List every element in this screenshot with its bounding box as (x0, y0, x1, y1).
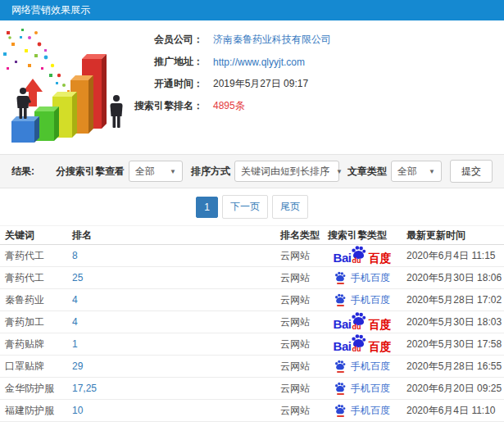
submit-button[interactable]: 提交 (450, 160, 493, 183)
sort-select-value: 关键词由短到长排序 (241, 165, 329, 179)
engine-type-cell: Bai du 百度 (323, 311, 402, 333)
next-page-button[interactable]: 下一页 (222, 195, 268, 219)
table-row: 口罩贴牌29云网站 手机百度 2020年5月28日 16:55 (0, 356, 504, 378)
baidu-mobile-underline (337, 305, 344, 306)
chevron-down-icon: ▼ (429, 168, 435, 175)
rank-cell: 4 (67, 289, 275, 311)
growth-chart-illustration (0, 25, 139, 152)
bar-chart-image (0, 25, 139, 152)
rank-cell: 29 (67, 356, 275, 378)
company-label: 会员公司： (131, 33, 203, 47)
sort-select[interactable]: 关键词由短到长排序 ▼ (234, 161, 339, 182)
table-header-row: 关键词 排名 排名类型 搜索引擎类型 最新更新时间 (0, 226, 504, 245)
table-row: 福建防护服10云网站 手机百度 2020年6月4日 11:10 (0, 400, 504, 422)
baidu-mobile-logo: 手机百度 (334, 382, 390, 396)
open-time-label: 开通时间： (131, 77, 203, 91)
engine-type-cell: Bai du 百度 (323, 333, 402, 356)
company-link[interactable]: 济南秦鲁药业科技有限公司 (213, 33, 331, 47)
engine-filter-label: 分搜索引擎查看 (56, 165, 125, 179)
keyword-cell: 秦鲁药业 (0, 289, 67, 311)
baidu-mobile-logo: 手机百度 (334, 360, 390, 374)
rank-count-label: 搜索引擎排名： (131, 99, 203, 113)
baidu-mobile-logo: 手机百度 (334, 271, 390, 285)
baidu-mobile-label: 手机百度 (351, 293, 390, 307)
baidu-mobile-underline (337, 283, 344, 284)
engine-type-cell: 手机百度 (323, 400, 402, 422)
rank-type-cell: 云网站 (275, 356, 323, 378)
baidu-pc-logo: Bai du 百度 (334, 248, 392, 264)
keyword-cell: 膏药加工 (0, 311, 67, 333)
engine-select-value: 全部 (135, 165, 155, 179)
update-time-cell (402, 422, 504, 426)
page-header: 网络营销效果展示 (0, 0, 504, 20)
baidu-mobile-label: 手机百度 (351, 271, 390, 285)
baidu-bai-text: Bai (334, 252, 352, 264)
sort-label: 排序方式 (191, 165, 230, 179)
field-open-time: 开通时间： 2019年5月27日 09:17 (131, 73, 331, 95)
open-time-value: 2019年5月27日 09:17 (213, 77, 308, 91)
keyword-cell: 口罩贴牌 (0, 356, 67, 378)
article-type-select-value: 全部 (397, 165, 417, 179)
rank-link[interactable]: 4 (72, 316, 78, 328)
rank-type-cell: 云网站 (275, 289, 323, 311)
baidu-mobile-underline (337, 371, 344, 373)
rank-type-cell: 云网站 (275, 333, 323, 356)
table-row: 膏药代工25云网站 手机百度 2020年5月30日 18:06 (0, 267, 504, 289)
promotion-url-link[interactable]: http://www.qlyyjt.com (213, 57, 305, 68)
baidu-du-text: du (352, 324, 361, 331)
table-row: 金华防护服17,25云网站 手机百度 2020年6月20日 09:25 (0, 378, 504, 400)
baidu-du-text: du (352, 346, 361, 353)
rank-type-cell: 云网站 (275, 378, 323, 400)
table-row: 膏药代工8云网站 Bai du 百度 2020年6月4日 11:15 (0, 245, 504, 267)
keyword-cell: 福建防护服 (0, 400, 67, 422)
rank-link[interactable]: 4 (72, 294, 78, 306)
rank-cell: 8 (67, 245, 275, 267)
engine-type-cell: 手机百度 (323, 289, 402, 311)
engine-select[interactable]: 全部 ▼ (129, 161, 183, 182)
baidu-paw-icon (334, 382, 346, 392)
update-time-cell: 2020年5月28日 16:55 (402, 356, 504, 378)
rank-link[interactable]: 1 (72, 338, 78, 350)
table-row: 膏药加工4云网站 Bai du 百度 2020年5月30日 18:03 (0, 311, 504, 333)
engine-type-cell: 手机百度 (323, 267, 402, 289)
baidu-du-text: du (352, 257, 361, 265)
rank-link[interactable]: 10 (72, 405, 83, 416)
baidu-bai-text: Bai (334, 340, 352, 352)
rank-cell: 25 (67, 267, 275, 289)
pagination: 1 下一页 尾页 (0, 188, 504, 225)
baidu-mobile-label: 手机百度 (351, 404, 390, 418)
header-rank-type: 排名类型 (275, 226, 323, 245)
article-type-label: 文章类型 (347, 165, 387, 179)
rank-type-cell: 云网站 (275, 267, 323, 289)
baidu-mobile-label: 手机百度 (351, 382, 390, 396)
rank-cell: 4 (67, 311, 275, 333)
baidu-pc-logo: Bai du 百度 (334, 337, 392, 352)
page-title: 网络营销效果展示 (11, 4, 90, 16)
rank-link[interactable]: 25 (72, 272, 83, 283)
filter-controls: 分搜索引擎查看 全部 ▼ 排序方式 关键词由短到长排序 ▼ 文章类型 全部 ▼ … (48, 160, 493, 183)
last-page-button[interactable]: 尾页 (272, 195, 308, 219)
article-type-select[interactable]: 全部 ▼ (391, 161, 442, 182)
baidu-paw-icon (334, 271, 346, 282)
update-time-cell: 2020年6月4日 11:10 (402, 400, 504, 422)
keyword-cell: 膏药代工 (0, 267, 67, 289)
field-url: 推广地址： http://www.qlyyjt.com (131, 51, 331, 73)
rank-cell: 10 (67, 400, 275, 422)
header-update-time: 最新更新时间 (402, 226, 504, 245)
rank-cell: 17,25 (67, 378, 275, 400)
update-time-cell: 2020年5月30日 18:06 (402, 267, 504, 289)
page-1-button[interactable]: 1 (196, 197, 218, 218)
keyword-cell: 膏药贴牌 (0, 333, 67, 356)
rank-link[interactable]: 8 (72, 250, 78, 261)
keyword-cell (0, 422, 67, 426)
update-time-cell: 2020年6月4日 11:15 (402, 245, 504, 267)
table-row: 秦鲁药业4云网站 手机百度 2020年5月28日 17:02 (0, 289, 504, 311)
engine-type-cell: 手机百度 (323, 422, 402, 426)
rank-type-cell: 云网站 (275, 245, 323, 267)
rank-link[interactable]: 29 (72, 360, 83, 372)
rank-cell (67, 422, 275, 426)
table-row: 手机百度 (0, 422, 504, 426)
baidu-paw-icon (334, 293, 346, 304)
rank-link[interactable]: 17,25 (72, 383, 97, 394)
url-label: 推广地址： (131, 55, 203, 69)
